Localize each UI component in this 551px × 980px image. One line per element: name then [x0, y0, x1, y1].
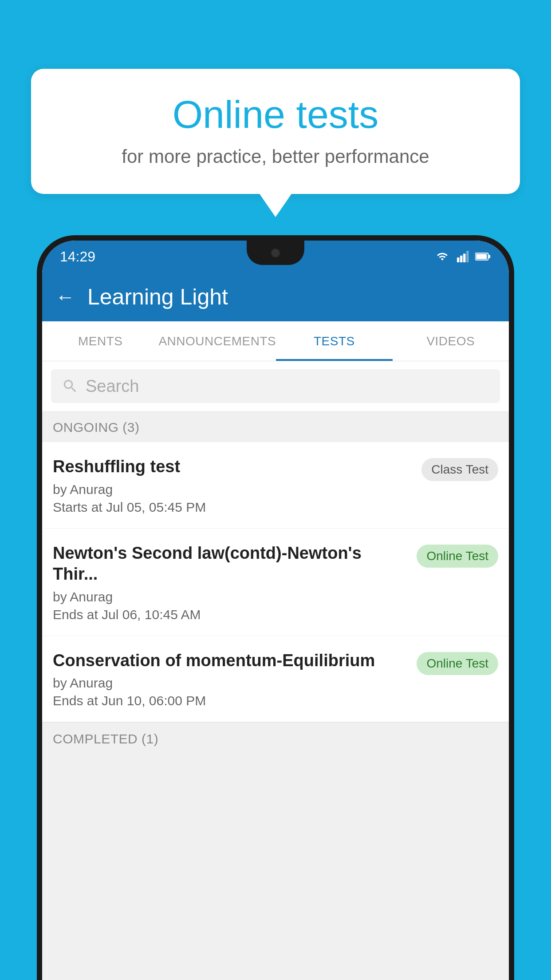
- notch: [247, 241, 304, 265]
- status-bar: 14:29: [42, 241, 509, 273]
- test-badge-2: Online Test: [417, 545, 498, 568]
- screen-body: Search ONGOING (3) Reshuffling test by A…: [42, 361, 509, 980]
- front-camera: [271, 248, 280, 258]
- tab-videos[interactable]: VIDEOS: [393, 321, 509, 361]
- test-by-1: by Anurag: [53, 482, 413, 497]
- test-info-2: Newton's Second law(contd)-Newton's Thir…: [53, 543, 408, 622]
- svg-rect-0: [457, 257, 459, 262]
- bubble-subtitle: for more practice, better performance: [58, 146, 493, 167]
- test-date-2: Ends at Jul 06, 10:45 AM: [53, 607, 408, 622]
- test-item[interactable]: Reshuffling test by Anurag Starts at Jul…: [42, 442, 509, 529]
- test-name-3: Conservation of momentum-Equilibrium: [53, 650, 408, 672]
- battery-icon: [475, 251, 491, 262]
- test-item[interactable]: Conservation of momentum-Equilibrium by …: [42, 636, 509, 723]
- test-info-1: Reshuffling test by Anurag Starts at Jul…: [53, 456, 413, 515]
- svg-rect-2: [463, 254, 465, 263]
- app-title: Learning Light: [87, 284, 228, 310]
- test-by-2: by Anurag: [53, 589, 408, 605]
- completed-section-header: COMPLETED (1): [42, 722, 509, 754]
- speech-bubble: Online tests for more practice, better p…: [31, 69, 520, 194]
- test-info-3: Conservation of momentum-Equilibrium by …: [53, 650, 408, 709]
- back-button[interactable]: ←: [55, 286, 75, 308]
- test-by-3: by Anurag: [53, 676, 408, 691]
- completed-title: COMPLETED (1): [53, 731, 158, 746]
- status-time: 14:29: [60, 249, 95, 265]
- search-icon: [62, 378, 79, 395]
- test-name-2: Newton's Second law(contd)-Newton's Thir…: [53, 543, 408, 585]
- wifi-icon: [434, 251, 450, 262]
- svg-rect-6: [476, 254, 487, 259]
- tab-ments[interactable]: MENTS: [42, 321, 158, 361]
- tests-list: Reshuffling test by Anurag Starts at Jul…: [42, 442, 509, 722]
- test-name-1: Reshuffling test: [53, 456, 413, 478]
- svg-rect-5: [488, 255, 490, 258]
- bubble-title: Online tests: [58, 93, 493, 136]
- ongoing-title: ONGOING (3): [53, 420, 140, 435]
- tabs-bar: MENTS ANNOUNCEMENTS TESTS VIDEOS: [42, 321, 509, 361]
- test-date-1: Starts at Jul 05, 05:45 PM: [53, 500, 413, 515]
- search-input[interactable]: Search: [51, 369, 500, 403]
- svg-rect-1: [460, 256, 462, 262]
- search-container: Search: [42, 361, 509, 411]
- phone-inner: 14:29: [42, 241, 509, 980]
- svg-rect-3: [466, 251, 468, 262]
- status-icons: [434, 251, 491, 262]
- test-item[interactable]: Newton's Second law(contd)-Newton's Thir…: [42, 529, 509, 636]
- test-badge-1: Class Test: [421, 458, 498, 481]
- phone-frame: 14:29: [37, 235, 514, 980]
- app-bar: ← Learning Light: [42, 273, 509, 321]
- ongoing-section-header: ONGOING (3): [42, 411, 509, 442]
- phone-screen: 14:29: [42, 241, 509, 980]
- test-date-3: Ends at Jun 10, 06:00 PM: [53, 693, 408, 708]
- search-placeholder-text: Search: [86, 377, 139, 396]
- signal-icon: [455, 251, 471, 262]
- tab-tests[interactable]: TESTS: [276, 321, 392, 361]
- tab-announcements[interactable]: ANNOUNCEMENTS: [158, 321, 276, 361]
- test-badge-3: Online Test: [417, 652, 498, 675]
